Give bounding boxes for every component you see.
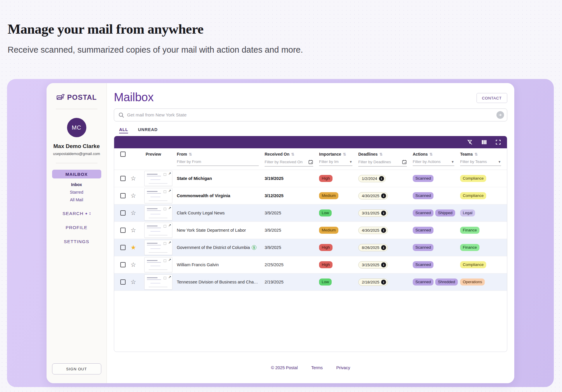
- star-icon[interactable]: ☆: [130, 261, 136, 268]
- column-header-deadlines[interactable]: Deadlines⇅: [358, 152, 413, 157]
- tab-unread[interactable]: UNREAD: [138, 127, 158, 132]
- table-row[interactable]: ☆ ↗ New York State Department of Labor $…: [114, 222, 507, 239]
- sidebar-item-inbox[interactable]: Inbox: [71, 182, 82, 187]
- sidebar-item-all-mail[interactable]: All Mail: [70, 197, 83, 202]
- row-actions: ScannedShipped: [413, 209, 460, 216]
- stamp-icon: [164, 225, 166, 228]
- filter-off-icon[interactable]: [467, 139, 473, 145]
- info-icon[interactable]: i: [381, 245, 386, 250]
- chevron-down-icon[interactable]: ▼: [498, 160, 501, 164]
- row-checkbox[interactable]: [120, 210, 126, 216]
- info-icon[interactable]: i: [381, 211, 386, 216]
- sort-icon[interactable]: ⇅: [379, 152, 383, 157]
- column-header-importance[interactable]: Importance⇅: [319, 152, 358, 157]
- row-checkbox[interactable]: [120, 193, 126, 198]
- info-icon[interactable]: i: [381, 262, 386, 267]
- star-icon[interactable]: ☆: [130, 209, 136, 216]
- mail-preview-thumbnail[interactable]: ↗: [144, 274, 172, 290]
- row-checkbox[interactable]: [120, 228, 126, 233]
- column-header-actions[interactable]: Actions⇅: [413, 152, 460, 157]
- select-all-checkbox[interactable]: [120, 152, 126, 157]
- sort-icon[interactable]: ⇅: [429, 152, 433, 157]
- terms-link[interactable]: Terms: [311, 365, 323, 370]
- deadline-chip: 8/26/2025 i: [358, 244, 388, 251]
- row-actions: Scanned: [413, 261, 460, 268]
- sidebar-item-mailbox[interactable]: MAILBOX: [52, 170, 101, 178]
- filter-from-input[interactable]: [177, 159, 259, 164]
- column-header-received-on[interactable]: Received On⇅: [265, 152, 319, 157]
- tab-all[interactable]: ALL: [119, 127, 128, 132]
- table-row[interactable]: ☆ ↗ Clark County Legal News $ 3/9/2025 L…: [114, 204, 507, 222]
- mail-preview-thumbnail[interactable]: ↗: [144, 205, 172, 221]
- importance-chip: High: [319, 261, 333, 268]
- mail-preview-thumbnail[interactable]: ↗: [144, 188, 172, 203]
- contact-button[interactable]: CONTACT: [477, 93, 507, 103]
- row-checkbox[interactable]: [120, 176, 126, 181]
- row-checkbox[interactable]: [120, 262, 126, 267]
- chevron-down-icon[interactable]: ▼: [349, 160, 352, 164]
- sign-out-button[interactable]: SIGN OUT: [52, 363, 101, 374]
- mail-preview-thumbnail[interactable]: ↗: [144, 240, 172, 255]
- chevron-down-icon[interactable]: ▼: [451, 160, 454, 164]
- mail-preview-thumbnail[interactable]: ↗: [144, 171, 172, 186]
- star-icon[interactable]: ★: [130, 244, 136, 251]
- sidebar-nav: MAILBOX Inbox Starred All Mail SEARCH ✦ …: [47, 163, 107, 244]
- search-submit-button[interactable]: [496, 111, 504, 119]
- calendar-icon[interactable]: [402, 159, 407, 164]
- table-toolbar: [114, 136, 507, 148]
- row-from-text: Commonwealth of Virginia: [177, 193, 230, 198]
- column-header-teams[interactable]: Teams⇅: [460, 152, 507, 157]
- tabs: ALL UNREAD: [114, 127, 507, 132]
- sort-icon[interactable]: ⇅: [343, 152, 346, 157]
- table-row[interactable]: ☆ ↗ Tennessee Division of Business and C…: [114, 274, 507, 291]
- mail-preview-thumbnail[interactable]: ↗: [144, 257, 172, 272]
- sort-icon[interactable]: ⇅: [189, 152, 192, 157]
- avatar: MC: [67, 118, 86, 137]
- row-from-text: New York State Department of Labor: [177, 228, 246, 233]
- sidebar-item-search[interactable]: SEARCH ✦: [63, 211, 91, 216]
- table-row[interactable]: ★ ↗ Government of the District of Columb…: [114, 239, 507, 256]
- sidebar-item-settings[interactable]: SETTINGS: [64, 239, 89, 244]
- table-row[interactable]: ☆ ↗ State of Michigan $ 3/19/2025 High 1…: [114, 170, 507, 187]
- filter-teams-input[interactable]: [460, 159, 497, 164]
- info-icon[interactable]: i: [379, 176, 384, 181]
- sidebar-item-profile[interactable]: PROFILE: [66, 225, 88, 230]
- team-chip: Operations: [460, 278, 485, 286]
- sort-icon[interactable]: ⇅: [291, 152, 294, 157]
- column-header-from[interactable]: From⇅: [177, 152, 265, 157]
- team-chip: Finance: [460, 244, 479, 251]
- column-header-preview[interactable]: Preview: [130, 152, 177, 157]
- star-icon[interactable]: ☆: [130, 175, 136, 182]
- mail-preview-thumbnail[interactable]: ↗: [144, 223, 172, 238]
- row-checkbox[interactable]: [120, 279, 126, 285]
- sort-icon[interactable]: ⇅: [474, 152, 478, 157]
- fullscreen-icon[interactable]: [495, 139, 501, 145]
- filter-actions-input[interactable]: [413, 159, 450, 164]
- filter-received-input[interactable]: [265, 160, 307, 164]
- table-row[interactable]: ☆ ↗ William Francis Galvin $ 2/25/2025 H…: [114, 256, 507, 274]
- money-icon: $: [252, 245, 256, 250]
- calendar-icon[interactable]: [308, 159, 313, 164]
- columns-icon[interactable]: [481, 139, 487, 145]
- star-icon[interactable]: ☆: [130, 278, 136, 285]
- stamp-icon: [164, 277, 166, 279]
- sidebar-item-starred[interactable]: Starred: [70, 190, 83, 195]
- info-icon[interactable]: i: [381, 280, 386, 285]
- table-row[interactable]: ☆ ↗ Commonwealth of Virginia $ 3/12/2025…: [114, 187, 507, 204]
- row-checkbox[interactable]: [120, 245, 126, 250]
- filter-importance-field: ▼: [319, 159, 352, 166]
- info-icon[interactable]: i: [381, 228, 386, 233]
- importance-chip: Low: [319, 209, 332, 216]
- privacy-link[interactable]: Privacy: [336, 365, 350, 370]
- search-input[interactable]: [127, 112, 494, 118]
- filter-received-field: [265, 159, 313, 166]
- filter-deadlines-input[interactable]: [358, 160, 401, 164]
- row-from-text: State of Michigan: [177, 176, 212, 181]
- star-icon[interactable]: ☆: [130, 192, 136, 199]
- filter-importance-input[interactable]: [319, 159, 348, 164]
- search-icon: [118, 112, 124, 118]
- star-icon[interactable]: ☆: [130, 227, 136, 233]
- row-actions: Scanned: [413, 227, 460, 234]
- info-icon[interactable]: i: [381, 193, 386, 198]
- mail-table: Preview From⇅ Received On⇅ Importance⇅ D: [114, 136, 507, 352]
